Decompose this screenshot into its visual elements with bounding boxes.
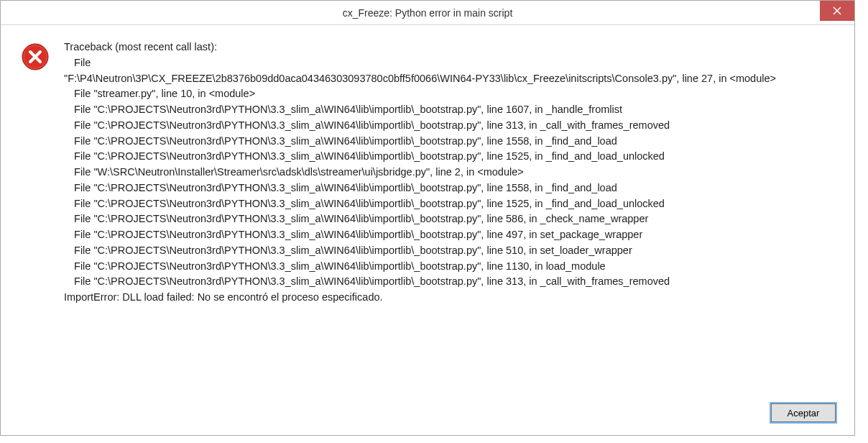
traceback-line: File "C:\PROJECTS\Neutron3rd\PYTHON\3.3_…	[64, 196, 834, 212]
traceback-line: File "C:\PROJECTS\Neutron3rd\PYTHON\3.3_…	[64, 118, 834, 134]
traceback-line: File "C:\PROJECTS\Neutron3rd\PYTHON\3.3_…	[64, 134, 834, 150]
traceback-line: File "C:\PROJECTS\Neutron3rd\PYTHON\3.3_…	[64, 181, 834, 196]
traceback-line: File	[64, 55, 834, 71]
dialog-window: cx_Freeze: Python error in main script T…	[0, 0, 855, 436]
traceback-line: File "C:\PROJECTS\Neutron3rd\PYTHON\3.3_…	[64, 243, 834, 259]
traceback-error: ImportError: DLL load failed: No se enco…	[64, 290, 834, 306]
close-icon	[833, 6, 841, 15]
titlebar: cx_Freeze: Python error in main script	[1, 1, 854, 25]
traceback-line: File "C:\PROJECTS\Neutron3rd\PYTHON\3.3_…	[64, 211, 834, 227]
traceback-line: File "C:\PROJECTS\Neutron3rd\PYTHON\3.3_…	[64, 102, 834, 118]
icon-column	[21, 40, 64, 74]
button-bar: Aceptar	[1, 393, 854, 435]
traceback-line: File "C:\PROJECTS\Neutron3rd\PYTHON\3.3_…	[64, 274, 834, 290]
traceback-line: File "C:\PROJECTS\Neutron3rd\PYTHON\3.3_…	[64, 227, 834, 243]
traceback-line: File "C:\PROJECTS\Neutron3rd\PYTHON\3.3_…	[64, 149, 834, 165]
window-title: cx_Freeze: Python error in main script	[1, 7, 854, 19]
traceback-line: File "streamer.py", line 10, in <module>	[64, 86, 834, 102]
message-text: Traceback (most recent call last): File …	[64, 40, 834, 306]
close-button[interactable]	[820, 1, 854, 21]
traceback-line: File "W:\SRC\Neutron\Installer\Streamer\…	[64, 165, 834, 181]
content-area: Traceback (most recent call last): File …	[1, 25, 854, 393]
traceback-line: File "C:\PROJECTS\Neutron3rd\PYTHON\3.3_…	[64, 259, 834, 275]
traceback-line: "F:\P4\Neutron\3P\CX_FREEZE\2b8376b09dd0…	[64, 71, 834, 87]
accept-button[interactable]: Aceptar	[771, 403, 836, 422]
error-icon	[21, 42, 50, 71]
traceback-header: Traceback (most recent call last):	[64, 40, 834, 55]
